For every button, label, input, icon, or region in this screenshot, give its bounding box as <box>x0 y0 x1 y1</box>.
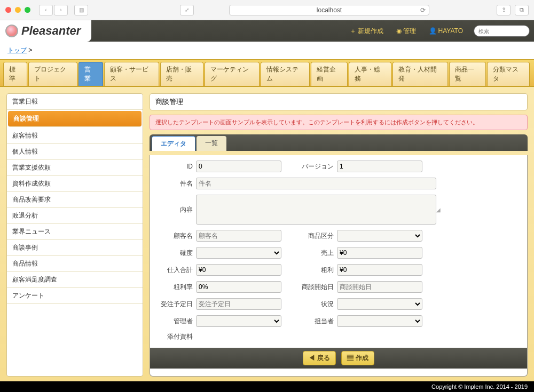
sidebar-item-0[interactable]: 営業日報 <box>7 94 143 110</box>
cost-field[interactable] <box>196 264 281 276</box>
new-button[interactable]: ＋新規作成 <box>343 25 390 38</box>
search-input[interactable] <box>474 25 530 37</box>
create-button[interactable]: ▤ 作成 <box>341 351 374 365</box>
tabs-icon[interactable]: ⧉ <box>515 5 529 15</box>
owner-select[interactable] <box>337 315 422 327</box>
forward-button[interactable]: › <box>54 5 68 15</box>
tab-9[interactable]: 教育・人材開発 <box>392 62 448 86</box>
tab-10[interactable]: 商品一覧 <box>449 62 486 86</box>
probability-select[interactable] <box>196 247 281 259</box>
share-icon[interactable]: ⇪ <box>497 5 511 15</box>
breadcrumb: トップ > <box>0 42 534 59</box>
sidebar-item-7[interactable]: 敗退分析 <box>7 208 143 224</box>
id-field[interactable] <box>196 161 281 172</box>
tab-list[interactable]: 一覧 <box>197 136 226 151</box>
tab-5[interactable]: マーケティング <box>205 62 260 86</box>
logo[interactable]: Pleasanter <box>0 20 91 42</box>
sidebar-item-12[interactable]: アンケート <box>7 288 143 304</box>
subtabs: エディタ 一覧 <box>150 134 528 151</box>
back-button[interactable]: ‹ <box>39 5 53 15</box>
sidebar-item-3[interactable]: 個人情報 <box>7 144 143 160</box>
tab-3[interactable]: 顧客・サービス <box>104 62 160 86</box>
back-button[interactable]: ◀ 戻る <box>303 351 335 365</box>
tab-7[interactable]: 経営企画 <box>311 62 348 86</box>
customer-field[interactable] <box>196 230 281 242</box>
category-tabs: 標準プロジェクト営業顧客・サービス店舗・販売マーケティング情報システム経営企画人… <box>0 59 534 87</box>
manage-button[interactable]: ◉管理 <box>390 25 422 38</box>
app-header: Pleasanter ＋新規作成 ◉管理 👤HAYATO <box>0 20 534 42</box>
name-field[interactable] <box>196 178 436 189</box>
tab-4[interactable]: 店舗・販売 <box>160 62 203 86</box>
user-icon: 👤 <box>429 27 437 35</box>
sidebar-item-11[interactable]: 顧客満足度調査 <box>7 272 143 288</box>
status-select[interactable] <box>337 298 422 310</box>
tab-6[interactable]: 情報システム <box>261 62 310 86</box>
tab-11[interactable]: 分類マスタ <box>487 62 530 86</box>
sidebar-item-10[interactable]: 商品情報 <box>7 256 143 272</box>
user-menu[interactable]: 👤HAYATO <box>422 25 469 37</box>
tab-0[interactable]: 標準 <box>3 62 27 86</box>
tab-8[interactable]: 人事・総務 <box>349 62 391 86</box>
main-pane: 商談管理 選択したテンプレートの画面サンプルを表示しています。このテンプレートを… <box>150 93 528 377</box>
expand-button[interactable]: ⤢ <box>180 5 194 15</box>
template-notice: 選択したテンプレートの画面サンプルを表示しています。このテンプレートを利用するに… <box>150 115 528 130</box>
sidebar-item-8[interactable]: 業界ニュース <box>7 224 143 240</box>
content-area: 営業日報商談管理顧客情報個人情報営業支援依頼資料作成依頼商品改善要求敗退分析業界… <box>0 87 534 383</box>
button-bar: ◀ 戻る ▤ 作成 <box>150 348 527 369</box>
sidebar-button[interactable]: ▥ <box>74 5 88 15</box>
tab-editor[interactable]: エディタ <box>152 136 195 151</box>
body-field[interactable] <box>196 195 436 225</box>
browser-toolbar: ‹ › ▥ ⤢ localhost⟳ ⇪ ⧉ <box>0 0 534 20</box>
reload-icon[interactable]: ⟳ <box>420 6 426 14</box>
breadcrumb-top[interactable]: トップ <box>7 46 27 54</box>
tab-2[interactable]: 営業 <box>78 62 103 86</box>
form: ID バージョン 件名 内容◢ 顧客名 商品区分 確度 売上 仕入合計 粗利 <box>150 155 528 377</box>
margin-field[interactable] <box>337 264 422 276</box>
sidebar: 営業日報商談管理顧客情報個人情報営業支援依頼資料作成依頼商品改善要求敗退分析業界… <box>6 93 143 377</box>
version-field[interactable] <box>337 161 422 172</box>
plus-icon: ＋ <box>350 27 356 36</box>
sidebar-item-5[interactable]: 資料作成依頼 <box>7 176 143 192</box>
resize-handle-icon[interactable]: ◢ <box>436 207 443 213</box>
logo-icon <box>5 25 18 37</box>
gear-icon: ◉ <box>396 27 402 35</box>
sidebar-item-6[interactable]: 商品改善要求 <box>7 192 143 208</box>
tab-1[interactable]: プロジェクト <box>28 62 77 86</box>
sales-field[interactable] <box>337 247 422 259</box>
order-date-field[interactable] <box>196 298 281 310</box>
sidebar-item-9[interactable]: 商談事例 <box>7 240 143 256</box>
manager-select[interactable] <box>196 315 281 327</box>
address-bar[interactable]: localhost⟳ <box>229 5 429 15</box>
rate-field[interactable] <box>196 281 281 293</box>
start-date-field[interactable] <box>337 281 422 293</box>
product-cat-select[interactable] <box>337 230 422 242</box>
sidebar-item-4[interactable]: 営業支援依頼 <box>7 160 143 176</box>
sidebar-item-1[interactable]: 商談管理 <box>8 111 142 127</box>
window-controls[interactable] <box>5 7 30 13</box>
footer: Copyright © Implem Inc. 2014 - 2019 <box>0 381 534 392</box>
sidebar-item-2[interactable]: 顧客情報 <box>7 128 143 144</box>
page-title: 商談管理 <box>150 93 528 110</box>
